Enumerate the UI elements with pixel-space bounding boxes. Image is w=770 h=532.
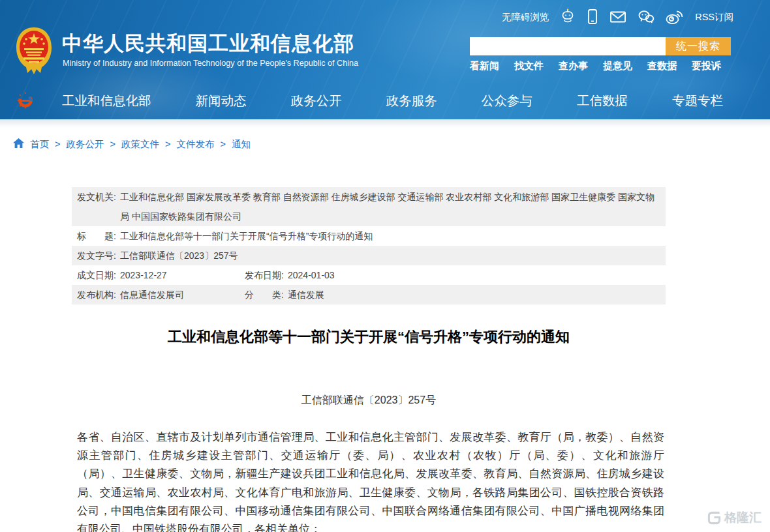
robot-assistant-icon[interactable] bbox=[560, 8, 576, 25]
meta-value: 2023-12-27 bbox=[120, 265, 239, 285]
weibo-icon[interactable] bbox=[666, 9, 684, 25]
header-separator bbox=[0, 119, 770, 128]
meta-row-title: 标 题: 工业和信息化部等十一部门关于开展“信号升格”专项行动的通知 bbox=[72, 226, 666, 246]
meta-value: 工业和信息化部 国家发展改革委 教育部 自然资源部 住房城乡建设部 交通运输部 … bbox=[120, 187, 666, 226]
meta-row-publisher-category: 发布机构: 信息通信发展司 分 类: 通信发展 bbox=[72, 285, 666, 304]
breadcrumb-notice[interactable]: 通知 bbox=[232, 138, 251, 151]
breadcrumb-separator: > bbox=[55, 139, 60, 149]
nav-item-gov-services[interactable]: 政务服务 bbox=[386, 92, 437, 110]
site-header: 无障碍浏览 bbox=[0, 0, 770, 119]
quick-link-data[interactable]: 查数据 bbox=[647, 60, 677, 72]
miit-swirl-logo-icon bbox=[16, 91, 35, 110]
nav-item-gov-disclosure[interactable]: 政务公开 bbox=[291, 92, 342, 110]
document-title: 工业和信息化部等十一部门关于开展“信号升格”专项行动的通知 bbox=[72, 327, 666, 347]
gelonghui-logo-icon bbox=[707, 511, 721, 525]
breadcrumb-gov-disclosure[interactable]: 政务公开 bbox=[66, 138, 104, 151]
nav-item-miit-data[interactable]: 工信数据 bbox=[577, 92, 628, 110]
meta-label: 分 类: bbox=[239, 285, 288, 304]
mobile-icon[interactable] bbox=[587, 8, 598, 25]
search-button[interactable]: 统一搜索 bbox=[666, 37, 731, 55]
site-subtitle: Ministry of Industry and Information Tec… bbox=[63, 59, 358, 68]
quick-links: 看新闻 找文件 查办事 提意见 查数据 要投诉 bbox=[470, 60, 721, 72]
breadcrumb-file-release[interactable]: 文件发布 bbox=[176, 138, 214, 151]
document-number: 工信部联通信〔2023〕257号 bbox=[72, 394, 666, 407]
meta-label: 发布机构: bbox=[72, 285, 120, 304]
meta-value: 2024-01-03 bbox=[288, 265, 666, 285]
mail-icon[interactable] bbox=[609, 10, 626, 23]
nav-items: 工业和信息化部 新闻动态 政务公开 政务服务 公众参与 工信数据 专题专栏 bbox=[62, 81, 723, 119]
quick-link-suggestions[interactable]: 提意见 bbox=[603, 60, 632, 72]
meta-row-issuing-agency: 发文机关: 工业和信息化部 国家发展改革委 教育部 自然资源部 住房城乡建设部 … bbox=[72, 187, 666, 226]
search-input[interactable] bbox=[470, 37, 666, 55]
meta-value: 工业和信息化部等十一部门关于开展“信号升格”专项行动的通知 bbox=[120, 226, 666, 246]
quick-link-files[interactable]: 找文件 bbox=[514, 60, 544, 72]
nav-item-special-columns[interactable]: 专题专栏 bbox=[672, 92, 723, 110]
accessibility-link[interactable]: 无障碍浏览 bbox=[502, 11, 549, 23]
breadcrumb-separator: > bbox=[165, 139, 170, 149]
topbar: 无障碍浏览 bbox=[502, 8, 733, 25]
meta-label: 发文字号: bbox=[72, 246, 120, 265]
nav-item-news[interactable]: 新闻动态 bbox=[196, 92, 247, 110]
breadcrumb: 首页 > 政务公开 > 政策文件 > 文件发布 > 通知 bbox=[13, 135, 251, 153]
breadcrumb-home[interactable]: 首页 bbox=[30, 138, 49, 151]
document-meta-table: 发文机关: 工业和信息化部 国家发展改革委 教育部 自然资源部 住房城乡建设部 … bbox=[72, 187, 666, 304]
quick-link-news[interactable]: 看新闻 bbox=[470, 60, 499, 72]
breadcrumb-separator: > bbox=[110, 139, 115, 149]
meta-value: 通信发展 bbox=[288, 285, 666, 304]
wechat-icon[interactable] bbox=[638, 10, 654, 24]
meta-row-dates: 成文日期: 2023-12-27 发布日期: 2024-01-03 bbox=[72, 265, 666, 285]
home-icon[interactable] bbox=[13, 138, 24, 150]
gelonghui-watermark: 格隆汇 bbox=[707, 509, 762, 526]
breadcrumb-policy-files[interactable]: 政策文件 bbox=[121, 138, 159, 151]
rss-link[interactable]: RSS订阅 bbox=[695, 11, 733, 23]
meta-value: 信息通信发展司 bbox=[120, 285, 239, 304]
main-nav: 工业和信息化部 新闻动态 政务公开 政务服务 公众参与 工信数据 专题专栏 bbox=[0, 81, 770, 119]
quick-link-services[interactable]: 查办事 bbox=[559, 60, 588, 72]
meta-label: 发布日期: bbox=[239, 265, 288, 285]
meta-label: 成文日期: bbox=[72, 265, 120, 285]
nav-item-miit[interactable]: 工业和信息化部 bbox=[62, 92, 151, 110]
nav-item-public-participation[interactable]: 公众参与 bbox=[482, 92, 532, 110]
national-emblem-icon bbox=[14, 26, 54, 76]
site-title: 中华人民共和国工业和信息化部 bbox=[62, 30, 354, 57]
document-body: 各省、自治区、直辖市及计划单列市通信管理局、工业和信息化主管部门、发展改革委、教… bbox=[77, 428, 664, 532]
gelonghui-brand-text: 格隆汇 bbox=[724, 509, 762, 526]
meta-label: 发文机关: bbox=[72, 187, 120, 226]
meta-row-doc-number: 发文字号: 工信部联通信〔2023〕257号 bbox=[72, 246, 666, 265]
quick-link-complaints[interactable]: 要投诉 bbox=[692, 60, 721, 72]
meta-value: 工信部联通信〔2023〕257号 bbox=[120, 246, 666, 265]
page: 无障碍浏览 bbox=[0, 0, 770, 532]
breadcrumb-separator: > bbox=[220, 139, 225, 149]
meta-label: 标 题: bbox=[72, 226, 120, 246]
